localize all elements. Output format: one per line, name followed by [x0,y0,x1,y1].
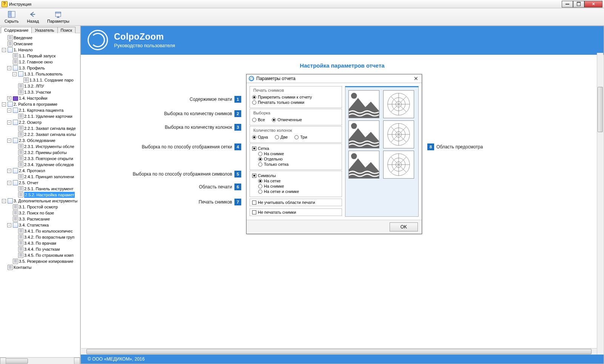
tree-item[interactable]: Введение [14,35,32,41]
tree-item[interactable]: Описание [14,41,33,47]
hide-button[interactable]: Скрыть [3,9,20,24]
checkbox-ignore-areas[interactable]: Не учитывать области печати [250,199,342,206]
tree-item[interactable]: 1.3.1. Пользователь [24,71,63,77]
radio-one[interactable]: Одна [252,135,268,139]
tree-item[interactable]: 3.3. Расписание [19,216,50,222]
radio-attach[interactable]: Прикрепить снимки к отчету [252,95,339,99]
tree-item[interactable]: 2.4. Протокол [19,168,45,174]
back-button[interactable]: Назад [26,9,41,24]
expand-icon[interactable]: − [2,199,6,203]
doc-footer: © ООО «МЕДИКОМ», 2016 [81,355,604,364]
tree-item[interactable]: 3.1. Простой осмотр [19,204,58,210]
tree-item[interactable]: Контакты [14,264,32,270]
expand-icon[interactable]: − [7,169,11,173]
expand-icon[interactable]: − [7,108,11,113]
radio-on-snapshot[interactable]: На снимке [258,151,339,156]
tree-item[interactable]: 1.2. Главное окно [19,59,53,65]
tree-item-selected[interactable]: 2.5.2. Настройка парамет [24,192,75,198]
dialog-close-button[interactable]: ✕ [413,76,419,82]
tree-item[interactable]: 1. Начало [14,47,33,53]
tree-item[interactable]: 2.3.3. Повторное открыти [24,156,73,162]
radio-grid-only[interactable]: Только сетка [258,162,339,167]
tree-item[interactable]: 3.4. Статистика [19,222,49,228]
tree-hscrollbar[interactable] [0,357,80,364]
page-icon [8,35,13,40]
tree-item[interactable]: 2.1. Карточка пациента [19,107,63,113]
minimize-button[interactable] [562,1,573,8]
callout-label: Выборка по по способу отображения сетки [142,144,232,150]
radio-print-only[interactable]: Печатать только снимки [252,100,339,105]
book-icon [13,120,18,125]
radio-on-grid[interactable]: На сетке [258,179,339,183]
radio-on-both[interactable]: На сетке и снимке [258,189,339,194]
tree-item[interactable]: 2.5. Отчет [19,180,39,186]
radio-two[interactable]: Две [275,135,288,139]
tree-item[interactable]: 2.1.1. Удаление карточки [24,113,72,119]
page-icon [18,247,23,252]
expand-icon[interactable]: + [7,96,11,100]
tree-item[interactable]: 2. Работа в программе [14,101,57,107]
expand-icon[interactable]: − [2,102,6,106]
tree-item[interactable]: 3.4.2. По возрастным груп [24,234,74,240]
page-icon [18,241,23,246]
page-icon [18,162,23,167]
expand-icon[interactable]: − [12,72,17,76]
page-icon [18,132,23,137]
tree-item[interactable]: 1.3.1.1. Создание паро [29,77,74,83]
tree-item[interactable]: 2.2.2. Захват сигнала колы [24,131,76,137]
checkbox-grid[interactable]: Сетка [252,146,339,151]
close-button[interactable] [584,1,602,8]
tree-item[interactable]: 1.3.2. ЛПУ [24,83,44,89]
tree-item[interactable]: 2.5.1. Панель инструмент [24,186,74,192]
tree-item[interactable]: 3.5. Резервное копирование [19,258,73,264]
tree-item[interactable]: 2.3. Обследование [19,137,55,143]
radio-separately[interactable]: Отдельно [258,157,339,161]
tree-item[interactable]: 3. Дополнительные инструменты [14,198,77,204]
tree-item[interactable]: 3.4.3. По врачам [24,240,56,246]
page-icon [18,83,23,89]
tree-item[interactable]: 2.3.2. Приемы работы [24,150,67,156]
svg-point-18 [351,123,357,129]
tab-search[interactable]: Поиск [57,27,76,33]
tree-item[interactable]: 3.4.5. По страховым комп [24,252,74,258]
content-hscrollbar[interactable] [81,348,597,355]
checkbox-symbols[interactable]: Символы [252,173,339,178]
radio-all[interactable]: Все [252,117,265,122]
tree-item[interactable]: 1.3.3. Участки [24,89,51,95]
tree-item[interactable]: 3.4.1. По кольпоскопичес [24,228,73,234]
preview-thumbnail [383,151,414,179]
maximize-button[interactable] [573,1,584,8]
page-icon [18,156,23,161]
radio-marked[interactable]: Отмеченные [272,117,302,122]
tree-item[interactable]: 2.3.1. Инструменты обсле [24,143,74,150]
expand-icon[interactable]: − [7,120,11,125]
callout-label: Область печати [199,184,232,190]
tab-index[interactable]: Указатель [31,27,57,33]
expand-icon[interactable]: − [7,66,11,70]
tree-item[interactable]: 1.4. Настройки [19,95,47,101]
tree-item[interactable]: 1.3. Профиль [19,65,45,71]
tree-item[interactable]: 2.3.4. Удаление обследов [24,162,74,168]
callout-badge: 1 [234,96,241,103]
tab-contents[interactable]: Содержание [1,27,32,33]
tree-item[interactable]: 2.4.1. Принцип заполнени [24,174,74,180]
radio-three[interactable]: Три [294,135,307,139]
expand-icon[interactable]: − [7,139,11,143]
tree-item[interactable]: 2.2.1. Захват сигнала виде [24,125,76,131]
tree-item[interactable]: 1.1. Первый запуск [19,53,55,59]
contents-tree[interactable]: Введение Описание −1. Начало 1.1. Первый… [0,33,80,357]
checkbox-no-print[interactable]: Не печатать снимки [250,208,342,216]
tree-item[interactable]: 2.2. Осмотр [19,119,42,125]
content-vscrollbar[interactable] [597,53,603,355]
page-icon [8,265,13,270]
options-button[interactable]: Параметры [46,9,71,24]
ok-button[interactable]: OK [390,222,418,231]
svg-rect-1 [8,11,11,17]
tree-item[interactable]: 3.2. Поиск по базе [19,210,54,216]
expand-icon[interactable]: − [7,223,11,227]
expand-icon[interactable]: − [2,48,6,52]
callout-badge: 2 [234,110,241,117]
expand-icon[interactable]: − [7,181,11,185]
radio-on-snapshot2[interactable]: На снимке [258,184,339,188]
tree-item[interactable]: 3.4.4. По участкам [24,246,60,252]
